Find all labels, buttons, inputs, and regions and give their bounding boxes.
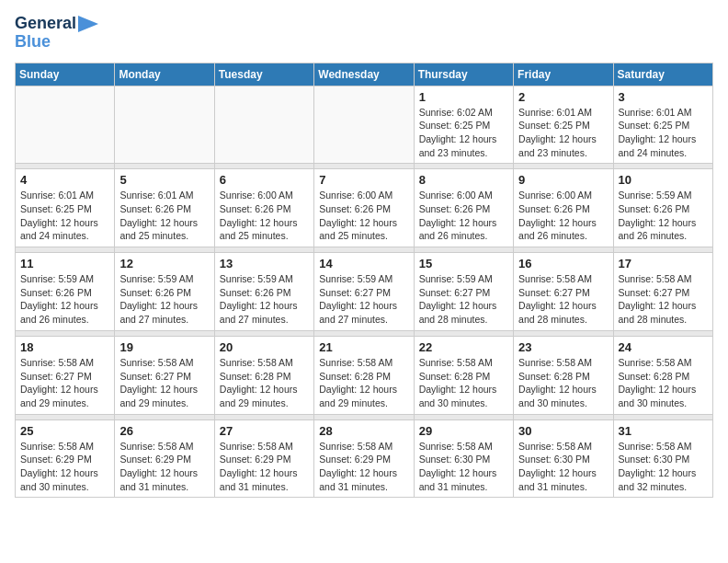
- day-info: Sunrise: 5:58 AM Sunset: 6:30 PM Dayligh…: [419, 440, 508, 494]
- calendar-cell: 24Sunrise: 5:58 AM Sunset: 6:28 PM Dayli…: [613, 336, 712, 414]
- day-number: 26: [119, 424, 209, 438]
- col-header-monday: Monday: [115, 63, 214, 86]
- day-number: 17: [619, 257, 708, 270]
- day-info: Sunrise: 6:00 AM Sunset: 6:26 PM Dayligh…: [518, 189, 608, 243]
- calendar-cell: 29Sunrise: 5:58 AM Sunset: 6:30 PM Dayli…: [414, 419, 513, 498]
- calendar-cell: 20Sunrise: 5:58 AM Sunset: 6:28 PM Dayli…: [214, 336, 313, 414]
- day-info: Sunrise: 6:01 AM Sunset: 6:26 PM Dayligh…: [119, 189, 209, 243]
- day-info: Sunrise: 6:02 AM Sunset: 6:25 PM Dayligh…: [419, 106, 508, 160]
- day-info: Sunrise: 6:01 AM Sunset: 6:25 PM Dayligh…: [619, 106, 708, 160]
- calendar-cell: 28Sunrise: 5:58 AM Sunset: 6:29 PM Dayli…: [314, 419, 414, 498]
- day-number: 25: [20, 424, 109, 438]
- day-info: Sunrise: 5:58 AM Sunset: 6:28 PM Dayligh…: [319, 356, 408, 410]
- calendar-cell: 19Sunrise: 5:58 AM Sunset: 6:27 PM Dayli…: [115, 336, 214, 414]
- calendar-cell: [314, 86, 414, 164]
- day-info: Sunrise: 5:58 AM Sunset: 6:27 PM Dayligh…: [119, 356, 209, 410]
- day-info: Sunrise: 5:59 AM Sunset: 6:26 PM Dayligh…: [119, 272, 209, 327]
- day-info: Sunrise: 5:58 AM Sunset: 6:28 PM Dayligh…: [220, 356, 309, 410]
- calendar-cell: 7Sunrise: 6:00 AM Sunset: 6:26 PM Daylig…: [314, 169, 414, 247]
- logo: General Blue: [15, 15, 98, 52]
- day-number: 10: [619, 173, 708, 187]
- calendar-cell: 11Sunrise: 5:59 AM Sunset: 6:26 PM Dayli…: [16, 253, 115, 331]
- day-number: 18: [20, 340, 109, 354]
- col-header-thursday: Thursday: [414, 63, 513, 86]
- day-number: 20: [220, 340, 309, 354]
- calendar-cell: 26Sunrise: 5:58 AM Sunset: 6:29 PM Dayli…: [115, 419, 214, 498]
- day-number: 13: [220, 257, 309, 270]
- col-header-friday: Friday: [514, 63, 613, 86]
- calendar-cell: [115, 86, 214, 164]
- day-number: 16: [518, 257, 608, 270]
- col-header-tuesday: Tuesday: [214, 63, 313, 86]
- calendar-week-4: 18Sunrise: 5:58 AM Sunset: 6:27 PM Dayli…: [16, 336, 713, 414]
- day-number: 4: [20, 173, 109, 187]
- day-number: 9: [518, 173, 608, 187]
- day-number: 29: [419, 424, 508, 438]
- day-number: 15: [419, 257, 508, 270]
- day-info: Sunrise: 5:59 AM Sunset: 6:26 PM Dayligh…: [20, 272, 109, 327]
- day-info: Sunrise: 5:59 AM Sunset: 6:26 PM Dayligh…: [619, 189, 708, 243]
- day-info: Sunrise: 5:58 AM Sunset: 6:29 PM Dayligh…: [319, 440, 408, 494]
- calendar-week-3: 11Sunrise: 5:59 AM Sunset: 6:26 PM Dayli…: [16, 253, 713, 331]
- day-info: Sunrise: 6:00 AM Sunset: 6:26 PM Dayligh…: [319, 189, 408, 243]
- calendar-cell: 4Sunrise: 6:01 AM Sunset: 6:25 PM Daylig…: [16, 169, 115, 247]
- calendar-cell: 25Sunrise: 5:58 AM Sunset: 6:29 PM Dayli…: [16, 419, 115, 498]
- day-number: 1: [419, 90, 508, 104]
- calendar-cell: 30Sunrise: 5:58 AM Sunset: 6:30 PM Dayli…: [514, 419, 613, 498]
- day-info: Sunrise: 6:00 AM Sunset: 6:26 PM Dayligh…: [220, 189, 309, 243]
- page-header: General Blue: [15, 15, 713, 52]
- day-number: 11: [20, 257, 109, 270]
- day-number: 23: [518, 340, 608, 354]
- calendar-cell: 15Sunrise: 5:59 AM Sunset: 6:27 PM Dayli…: [414, 253, 513, 331]
- day-number: 5: [119, 173, 209, 187]
- calendar-cell: 12Sunrise: 5:59 AM Sunset: 6:26 PM Dayli…: [115, 253, 214, 331]
- col-header-sunday: Sunday: [16, 63, 115, 86]
- day-info: Sunrise: 5:58 AM Sunset: 6:29 PM Dayligh…: [220, 440, 309, 494]
- day-info: Sunrise: 5:59 AM Sunset: 6:27 PM Dayligh…: [419, 272, 508, 327]
- calendar-cell: 6Sunrise: 6:00 AM Sunset: 6:26 PM Daylig…: [214, 169, 313, 247]
- day-number: 28: [319, 424, 408, 438]
- day-number: 27: [220, 424, 309, 438]
- logo-blue: Blue: [15, 33, 98, 52]
- day-info: Sunrise: 6:00 AM Sunset: 6:26 PM Dayligh…: [419, 189, 508, 243]
- day-info: Sunrise: 5:58 AM Sunset: 6:29 PM Dayligh…: [20, 440, 109, 494]
- calendar-table: SundayMondayTuesdayWednesdayThursdayFrid…: [15, 63, 713, 499]
- calendar-cell: 16Sunrise: 5:58 AM Sunset: 6:27 PM Dayli…: [514, 253, 613, 331]
- calendar-week-1: 1Sunrise: 6:02 AM Sunset: 6:25 PM Daylig…: [16, 86, 713, 164]
- day-info: Sunrise: 5:58 AM Sunset: 6:29 PM Dayligh…: [119, 440, 209, 494]
- calendar-cell: 18Sunrise: 5:58 AM Sunset: 6:27 PM Dayli…: [16, 336, 115, 414]
- calendar-cell: [16, 86, 115, 164]
- day-number: 22: [419, 340, 508, 354]
- day-info: Sunrise: 5:58 AM Sunset: 6:27 PM Dayligh…: [518, 272, 608, 327]
- day-number: 8: [419, 173, 508, 187]
- calendar-cell: 10Sunrise: 5:59 AM Sunset: 6:26 PM Dayli…: [613, 169, 712, 247]
- calendar-cell: 5Sunrise: 6:01 AM Sunset: 6:26 PM Daylig…: [115, 169, 214, 247]
- calendar-cell: 3Sunrise: 6:01 AM Sunset: 6:25 PM Daylig…: [613, 86, 712, 164]
- day-info: Sunrise: 5:58 AM Sunset: 6:27 PM Dayligh…: [619, 272, 708, 327]
- day-info: Sunrise: 5:59 AM Sunset: 6:26 PM Dayligh…: [220, 272, 309, 327]
- day-info: Sunrise: 5:58 AM Sunset: 6:27 PM Dayligh…: [20, 356, 109, 410]
- day-number: 2: [518, 90, 608, 104]
- logo-arrow-icon: [78, 16, 98, 32]
- calendar-cell: 1Sunrise: 6:02 AM Sunset: 6:25 PM Daylig…: [414, 86, 513, 164]
- calendar-cell: 14Sunrise: 5:59 AM Sunset: 6:27 PM Dayli…: [314, 253, 414, 331]
- calendar-cell: 22Sunrise: 5:58 AM Sunset: 6:28 PM Dayli…: [414, 336, 513, 414]
- day-number: 6: [220, 173, 309, 187]
- day-number: 7: [319, 173, 408, 187]
- day-info: Sunrise: 5:58 AM Sunset: 6:28 PM Dayligh…: [419, 356, 508, 410]
- day-info: Sunrise: 6:01 AM Sunset: 6:25 PM Dayligh…: [20, 189, 109, 243]
- calendar-week-5: 25Sunrise: 5:58 AM Sunset: 6:29 PM Dayli…: [16, 419, 713, 498]
- calendar-cell: 8Sunrise: 6:00 AM Sunset: 6:26 PM Daylig…: [414, 169, 513, 247]
- day-info: Sunrise: 6:01 AM Sunset: 6:25 PM Dayligh…: [518, 106, 608, 160]
- calendar-cell: 23Sunrise: 5:58 AM Sunset: 6:28 PM Dayli…: [514, 336, 613, 414]
- day-number: 3: [619, 90, 708, 104]
- calendar-cell: 2Sunrise: 6:01 AM Sunset: 6:25 PM Daylig…: [514, 86, 613, 164]
- day-info: Sunrise: 5:59 AM Sunset: 6:27 PM Dayligh…: [319, 272, 408, 327]
- day-number: 21: [319, 340, 408, 354]
- day-info: Sunrise: 5:58 AM Sunset: 6:28 PM Dayligh…: [518, 356, 608, 410]
- day-number: 30: [518, 424, 608, 438]
- day-info: Sunrise: 5:58 AM Sunset: 6:30 PM Dayligh…: [518, 440, 608, 494]
- calendar-week-2: 4Sunrise: 6:01 AM Sunset: 6:25 PM Daylig…: [16, 169, 713, 247]
- calendar-cell: 13Sunrise: 5:59 AM Sunset: 6:26 PM Dayli…: [214, 253, 313, 331]
- calendar-cell: 31Sunrise: 5:58 AM Sunset: 6:30 PM Dayli…: [613, 419, 712, 498]
